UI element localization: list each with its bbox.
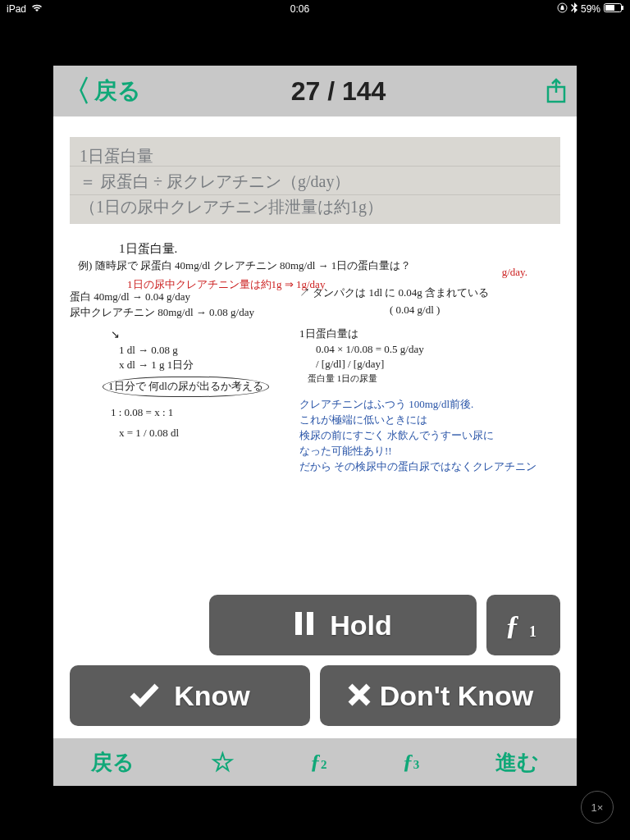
- right-2: 0.04 × 1/0.08 = 0.5 g/day: [316, 342, 546, 358]
- orientation-lock-icon: [557, 2, 568, 16]
- status-bar: iPad 0:06 59%: [0, 0, 630, 18]
- x-icon: [347, 678, 372, 714]
- right-0: タンパクは 1dl に 0.04g 含まれている: [313, 286, 489, 299]
- app-window: 〈 戻る 27 / 144 1日蛋白量 ＝ 尿蛋白 ÷ 尿クレアチニン（g/da…: [53, 66, 577, 786]
- left-5: 1日分で 何dlの尿が出るか考える: [103, 377, 269, 397]
- blue-5: だから その検尿中の蛋白尿ではなくクレアチニン: [299, 459, 546, 475]
- svg-rect-3: [622, 6, 623, 10]
- f3-button[interactable]: ƒ3: [403, 750, 420, 774]
- left-1: 蛋白 40mg/dl → 0.04 g/day: [70, 290, 283, 305]
- left-7: x = 1 / 0.08 dl: [119, 426, 283, 441]
- hold-button[interactable]: Hold: [209, 595, 477, 655]
- wifi-icon: [31, 3, 43, 15]
- share-icon: [546, 78, 567, 104]
- bottom-toolbar: 戻る ☆ ƒ2 ƒ3 進む: [53, 738, 577, 786]
- example-text: 随時尿で 尿蛋白 40mg/dl クレアチニン 80mg/dl → 1日の蛋白量…: [95, 259, 412, 272]
- app-header: 〈 戻る 27 / 144: [53, 66, 577, 116]
- device-label: iPad: [7, 3, 26, 15]
- zoom-indicator[interactable]: 1×: [581, 791, 614, 824]
- card-counter: 27 / 144: [141, 76, 536, 107]
- blue-2: これが極端に低いときには: [299, 413, 546, 428]
- battery-percent: 59%: [581, 3, 600, 15]
- nav-back[interactable]: 戻る: [91, 748, 135, 777]
- left-2: 尿中クレアチニン 80mg/dl → 0.08 g/day: [70, 305, 283, 321]
- clock: 0:06: [290, 3, 309, 15]
- answer-notes: 1日蛋白量. 例) 随時尿で 尿蛋白 40mg/dl クレアチニン 80mg/d…: [70, 240, 560, 511]
- blue-4: なった可能性あり!!: [299, 444, 546, 459]
- know-button[interactable]: Know: [70, 665, 310, 726]
- back-button[interactable]: 〈 戻る: [53, 75, 141, 107]
- q-line3: （1日の尿中クレアチニン排泄量は約1g）: [80, 194, 550, 220]
- pause-icon: [294, 607, 315, 644]
- know-label: Know: [174, 680, 250, 712]
- action-buttons: Hold ƒ1 Know Don't Know: [53, 587, 577, 738]
- left-3: 1 dl → 0.08 g: [119, 343, 283, 358]
- question-strip: 1日蛋白量 ＝ 尿蛋白 ÷ 尿クレアチニン（g/day） （1日の尿中クレアチニ…: [70, 137, 560, 224]
- red-note-2: g/day.: [502, 265, 527, 281]
- dont-know-button[interactable]: Don't Know: [320, 665, 560, 726]
- check-icon: [130, 678, 159, 714]
- blue-1: クレアチニンはふつう 100mg/dl前後.: [299, 397, 546, 413]
- f1-label: ƒ: [505, 609, 519, 641]
- svg-rect-7: [307, 612, 313, 635]
- bluetooth-icon: [571, 2, 578, 16]
- right-3: / [g/dl] / [g/day]: [316, 357, 546, 372]
- dont-know-label: Don't Know: [380, 680, 533, 712]
- star-button[interactable]: ☆: [211, 746, 235, 778]
- svg-rect-2: [605, 5, 614, 11]
- f2-button[interactable]: ƒ2: [310, 750, 327, 774]
- share-button[interactable]: [536, 78, 577, 104]
- right-0b: ( 0.04 g/dl ): [390, 303, 546, 318]
- note-title: 1日蛋白量.: [119, 240, 560, 258]
- nav-forward[interactable]: 進む: [495, 748, 539, 777]
- blue-3: 検尿の前にすごく 水飲んでうすーい尿に: [299, 428, 546, 444]
- right-4: 蛋白量 1日の尿量: [308, 372, 546, 386]
- left-6: 1 : 0.08 = x : 1: [111, 405, 283, 421]
- example-label: 例): [78, 259, 92, 272]
- flashcard-content[interactable]: 1日蛋白量 ＝ 尿蛋白 ÷ 尿クレアチニン（g/day） （1日の尿中クレアチニ…: [53, 116, 577, 587]
- f1-button[interactable]: ƒ1: [486, 595, 560, 655]
- hold-label: Hold: [330, 609, 392, 641]
- back-label: 戻る: [94, 75, 141, 107]
- battery-icon: [604, 3, 623, 15]
- svg-rect-6: [295, 612, 302, 635]
- left-4: x dl → 1 g 1日分: [119, 358, 283, 373]
- q-line2: ＝ 尿蛋白 ÷ 尿クレアチニン（g/day）: [80, 169, 550, 194]
- chevron-left-icon: 〈: [62, 76, 91, 106]
- f1-sub: 1: [529, 623, 536, 641]
- right-1: 1日蛋白量は: [299, 326, 546, 342]
